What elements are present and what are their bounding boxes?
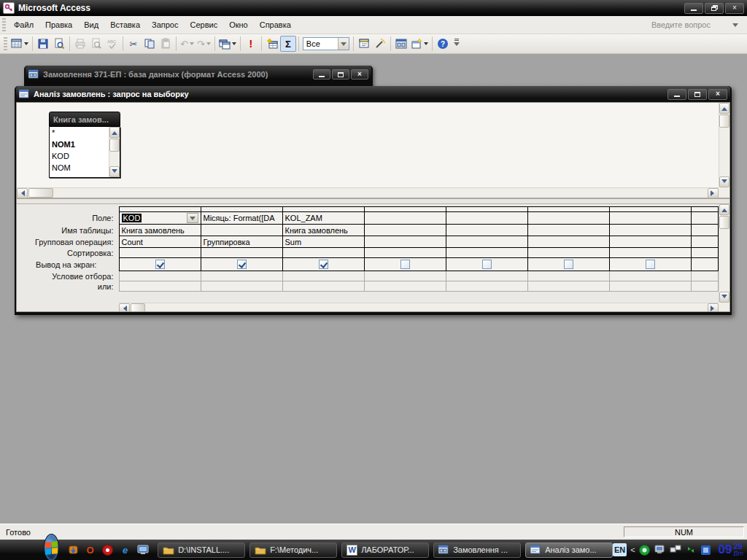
- grid-cell-or-1[interactable]: [201, 281, 282, 292]
- field-list-item-nom[interactable]: NOM: [52, 162, 107, 174]
- column-selector[interactable]: [527, 207, 609, 212]
- field-list-title[interactable]: Книга замов...: [49, 112, 120, 127]
- scroll-down-button[interactable]: [719, 176, 729, 187]
- column-selector[interactable]: [201, 207, 282, 212]
- app-restore-button[interactable]: [705, 3, 724, 14]
- scroll-left-button[interactable]: [17, 188, 28, 198]
- query-window-titlebar[interactable]: Аналіз замовлень : запрос на выборку ×: [16, 86, 730, 102]
- grid-cell-table-2[interactable]: Книга замовлень: [282, 225, 364, 236]
- grid-cell-criteria-2[interactable]: [282, 271, 364, 281]
- show-checkbox-5[interactable]: [564, 260, 573, 269]
- show-checkbox-0[interactable]: [155, 260, 165, 269]
- grid-cell-or-5[interactable]: [527, 281, 609, 292]
- grid-cell-or-4[interactable]: [446, 281, 527, 292]
- column-selector[interactable]: [446, 207, 527, 212]
- antivirus-tray-icon[interactable]: [639, 544, 651, 556]
- scrollbar-thumb[interactable]: [131, 303, 145, 312]
- spelling-button[interactable]: ABC: [104, 36, 120, 52]
- scroll-left-button[interactable]: [119, 303, 130, 312]
- totals-button[interactable]: Σ: [280, 36, 296, 52]
- scrollbar-thumb[interactable]: [719, 114, 729, 128]
- grid-cell-total-2[interactable]: Sum: [282, 236, 364, 248]
- menu-help[interactable]: Справка: [254, 18, 297, 32]
- grid-cell-total-6[interactable]: [609, 236, 691, 248]
- print-button[interactable]: [72, 36, 88, 52]
- grid-cell-sort-0[interactable]: [119, 248, 201, 258]
- grid-cell-table-4[interactable]: [446, 225, 527, 236]
- scroll-up-button[interactable]: [719, 204, 729, 215]
- database-window-button[interactable]: [393, 36, 409, 52]
- top-values-combobox[interactable]: Все: [303, 37, 349, 50]
- field-list-item-star[interactable]: *: [52, 127, 107, 139]
- grid-cell-sort-2[interactable]: [282, 248, 364, 258]
- selected-field-text[interactable]: KOD: [122, 214, 142, 222]
- grid-cell-or-2[interactable]: [282, 281, 364, 292]
- toolbar-drag-handle[interactable]: [4, 37, 7, 50]
- scroll-down-button[interactable]: [719, 292, 729, 303]
- blue-app-tray-icon[interactable]: [700, 544, 712, 556]
- new-object-button[interactable]: [409, 36, 430, 52]
- language-indicator[interactable]: EN: [613, 543, 627, 556]
- menu-window[interactable]: Окно: [223, 18, 254, 32]
- grid-cell-sort-5[interactable]: [527, 248, 609, 258]
- computer-tray-icon[interactable]: [654, 544, 666, 556]
- grid-cell-criteria-0[interactable]: [119, 271, 201, 281]
- grid-cell-total-0[interactable]: Count: [119, 236, 201, 248]
- internet-explorer-icon[interactable]: e: [119, 544, 131, 556]
- download-manager-icon[interactable]: [66, 544, 79, 556]
- view-datasheet-button[interactable]: [9, 36, 30, 52]
- save-button[interactable]: [35, 36, 51, 52]
- menu-query[interactable]: Запрос: [146, 18, 184, 32]
- grid-cell-table-5[interactable]: [527, 225, 609, 236]
- ask-a-question-box[interactable]: Введите вопрос: [651, 20, 747, 30]
- show-checkbox-1[interactable]: [237, 260, 247, 269]
- grid-cell-sort-4[interactable]: [446, 248, 527, 258]
- grid-cell-field-4[interactable]: [446, 212, 527, 225]
- grid-cell-sort-3[interactable]: [364, 248, 446, 258]
- grid-cell-criteria-4[interactable]: [446, 271, 527, 281]
- grid-cell-table-3[interactable]: [364, 225, 446, 236]
- grid-cell-or-0[interactable]: [119, 281, 201, 292]
- file-search-button[interactable]: [51, 36, 67, 52]
- grid-cell-total-4[interactable]: [446, 236, 527, 248]
- show-checkbox-6[interactable]: [646, 260, 655, 269]
- db-maximize-button[interactable]: [332, 69, 349, 79]
- grid-cell-criteria-1[interactable]: [201, 271, 282, 281]
- taskbar-button-d-install[interactable]: D:\INSTALL....: [158, 542, 245, 558]
- grid-cell-sort-6[interactable]: [609, 248, 691, 258]
- query-minimize-button[interactable]: [667, 89, 686, 100]
- field-list[interactable]: Книга замов... * NOM1 KOD NOM: [49, 112, 120, 178]
- grid-cell-field-3[interactable]: [364, 212, 446, 225]
- app-close-button[interactable]: ×: [725, 3, 744, 14]
- pane-splitter[interactable]: [17, 198, 729, 204]
- field-list-item-kod[interactable]: KOD: [52, 150, 107, 162]
- menu-tools[interactable]: Сервис: [184, 18, 223, 32]
- menu-edit[interactable]: Правка: [39, 18, 78, 32]
- cut-button[interactable]: ✂: [125, 36, 142, 52]
- opera-icon[interactable]: O: [84, 544, 96, 556]
- build-button[interactable]: [372, 36, 388, 52]
- grid-cell-field-6[interactable]: [609, 212, 691, 225]
- grid-cell-total-5[interactable]: [527, 236, 609, 248]
- db-minimize-button[interactable]: [313, 69, 330, 79]
- grid-cell-total-3[interactable]: [364, 236, 446, 248]
- show-checkbox-4[interactable]: [482, 260, 492, 269]
- query-type-button[interactable]: [217, 36, 238, 52]
- taskbar-button-analiz-query[interactable]: Аналіз замо...: [525, 542, 613, 558]
- grid-cell-criteria-3[interactable]: [364, 271, 446, 281]
- grid-cell-or-3[interactable]: [364, 281, 446, 292]
- scroll-right-button[interactable]: [708, 303, 719, 312]
- show-desktop-icon[interactable]: [136, 544, 149, 556]
- query-maximize-button[interactable]: [688, 89, 707, 100]
- show-checkbox-3[interactable]: [400, 260, 410, 269]
- scrollbar-thumb[interactable]: [719, 216, 729, 229]
- grid-cell-or-6[interactable]: [609, 281, 691, 292]
- taskbar-button-word-laborator[interactable]: W ЛАБОРАТОР...: [341, 542, 429, 558]
- field-dropdown-button[interactable]: [187, 213, 198, 223]
- paste-button[interactable]: [158, 36, 174, 52]
- column-selector[interactable]: [364, 207, 446, 212]
- undo-button[interactable]: ↶: [179, 36, 196, 52]
- scroll-up-button[interactable]: [109, 127, 120, 138]
- grid-cell-criteria-6[interactable]: [609, 271, 691, 281]
- column-selector[interactable]: [282, 207, 364, 212]
